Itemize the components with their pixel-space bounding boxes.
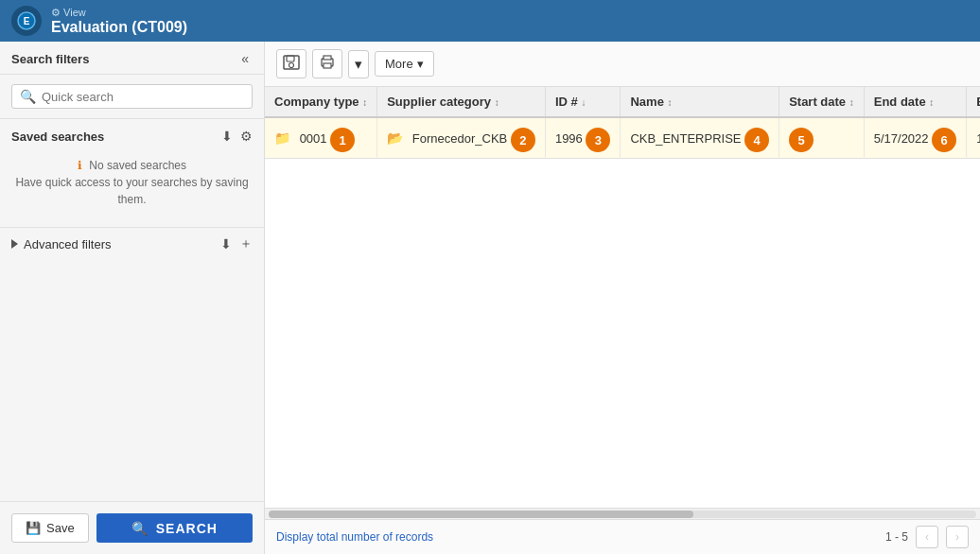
col-start-date-label: Start date (789, 95, 846, 109)
no-saved-desc: Have quick access to your searches by sa… (11, 174, 253, 208)
main-layout: Search filters « 🔍 Saved searches ⬇ ⚙ ℹ … (0, 42, 980, 554)
search-filters-label: Search filters (11, 52, 89, 66)
app-header: E ⚙ View Evaluation (CT009) (0, 0, 980, 42)
col-id[interactable]: ID # ↓ (545, 87, 621, 117)
more-dropdown-icon: ▾ (417, 57, 424, 71)
advanced-filters-icons: ⬇ ＋ (220, 235, 253, 252)
badge-2: 2 (511, 128, 535, 152)
svg-rect-3 (287, 56, 294, 61)
print-dropdown-button[interactable]: ▾ (348, 50, 369, 78)
col-id-sort-icon: ↓ (581, 97, 586, 108)
data-table-container: Company type ↕ Supplier category ↕ ID # … (265, 87, 980, 508)
search-btn-label: SEARCH (156, 521, 218, 536)
badge-1: 1 (330, 128, 355, 152)
table-header-row: Company type ↕ Supplier category ↕ ID # … (265, 87, 980, 117)
add-filter-button[interactable]: ＋ (239, 235, 253, 252)
sidebar-spacer (0, 260, 264, 501)
name-value: CKB_ENTERPRISE (630, 131, 741, 146)
header-title-area: ⚙ View Evaluation (CT009) (51, 7, 187, 36)
advanced-filters-row: Advanced filters ⬇ ＋ (0, 227, 264, 260)
evaluation-value: 10.00 (976, 131, 980, 146)
scrollbar-track (269, 511, 976, 518)
svg-text:E: E (24, 16, 30, 26)
col-end-date[interactable]: End date ↕ (864, 87, 966, 117)
data-table: Company type ↕ Supplier category ↕ ID # … (265, 87, 980, 159)
saved-searches-label: Saved searches (11, 130, 104, 144)
import-saved-search-button[interactable]: ⬇ (221, 129, 233, 144)
advanced-filters-toggle[interactable]: Advanced filters (11, 237, 112, 251)
sidebar-bottom-actions: 💾 Save 🔍 SEARCH (0, 501, 264, 554)
col-company-type-sort-icon: ↕ (362, 97, 367, 108)
no-saved-searches-info: ℹ No saved searches Have quick access to… (0, 149, 264, 223)
horizontal-scrollbar[interactable] (265, 508, 980, 519)
advanced-filters-label-text: Advanced filters (24, 237, 112, 251)
page-range: 1 - 5 (885, 530, 908, 544)
col-name[interactable]: Name ↕ (621, 87, 779, 117)
col-start-date[interactable]: Start date ↕ (779, 87, 865, 117)
prev-page-button[interactable]: ‹ (916, 526, 938, 548)
col-id-label: ID # (555, 95, 578, 109)
col-name-label: Name (630, 95, 663, 109)
import-filter-button[interactable]: ⬇ (220, 235, 232, 252)
display-records-label[interactable]: Display total number of records (276, 530, 433, 544)
search-input-wrap: 🔍 (11, 84, 253, 109)
end-date-value: 5/17/2022 (874, 131, 929, 146)
col-name-sort-icon: ↕ (668, 97, 673, 108)
more-label: More (385, 57, 413, 71)
col-company-type-label: Company type (274, 95, 359, 109)
svg-point-4 (289, 63, 294, 68)
print-icon (319, 55, 336, 70)
search-filters-section: Search filters « (0, 42, 264, 75)
info-icon: ℹ (78, 159, 82, 172)
col-supplier-category-sort-icon: ↕ (495, 97, 499, 108)
saved-searches-header: Saved searches ⬇ ⚙ (0, 119, 264, 149)
folder-open-icon: 📂 (387, 130, 403, 146)
search-button[interactable]: 🔍 SEARCH (96, 513, 253, 543)
print-button[interactable] (312, 49, 342, 78)
save-icon: 💾 (26, 521, 41, 535)
save-button[interactable]: 💾 Save (11, 513, 89, 543)
cell-start-date: 5 (779, 117, 865, 159)
save-label: Save (46, 521, 75, 535)
cell-name: CKB_ENTERPRISE 4 (621, 117, 779, 159)
cell-end-date: 5/17/2022 6 (864, 117, 966, 159)
badge-5: 5 (789, 128, 814, 152)
col-supplier-category-label: Supplier category (387, 95, 491, 109)
saved-searches-icons: ⬇ ⚙ (221, 129, 253, 144)
cell-company-type: 📁 0001 1 (265, 117, 377, 159)
col-start-date-sort-icon: ↕ (849, 97, 854, 108)
badge-6: 6 (932, 128, 956, 152)
svg-rect-6 (324, 56, 331, 60)
col-supplier-category[interactable]: Supplier category ↕ (377, 87, 546, 117)
scrollbar-thumb (269, 511, 693, 518)
collapse-sidebar-button[interactable]: « (237, 51, 253, 66)
badge-4: 4 (744, 128, 769, 152)
table-row[interactable]: 📁 0001 1 📂 Fornecedor_CKB 2 1996 3 (265, 117, 980, 159)
next-page-button[interactable]: › (946, 526, 969, 548)
expand-icon (11, 239, 18, 249)
toolbar: ▾ More ▾ (265, 42, 980, 87)
view-label: ⚙ View (51, 7, 187, 19)
id-value: 1996 (555, 131, 583, 146)
cell-evaluation: 10.00 7 (967, 117, 980, 159)
cell-supplier-category: 📂 Fornecedor_CKB 2 (377, 117, 546, 159)
more-button[interactable]: More ▾ (375, 51, 434, 77)
app-logo: E (11, 6, 42, 36)
save-view-icon (283, 55, 300, 70)
col-evaluation[interactable]: Evalua (967, 87, 980, 117)
settings-saved-search-button[interactable]: ⚙ (240, 129, 253, 144)
company-type-value: 0001 (300, 131, 327, 146)
search-input[interactable] (42, 90, 244, 104)
search-icon: 🔍 (20, 89, 36, 104)
col-end-date-sort-icon: ↕ (929, 97, 934, 108)
page-title: Evaluation (CT009) (51, 19, 187, 36)
svg-rect-7 (324, 63, 331, 68)
cell-id: 1996 3 (545, 117, 621, 159)
no-saved-title: No saved searches (89, 159, 186, 172)
save-view-button[interactable] (276, 49, 306, 78)
col-company-type[interactable]: Company type ↕ (265, 87, 377, 117)
folder-icon: 📁 (274, 130, 290, 146)
col-end-date-label: End date (874, 95, 926, 109)
table-footer: Display total number of records 1 - 5 ‹ … (265, 519, 980, 554)
content-area: ▾ More ▾ Company type ↕ Supplier categor… (265, 42, 980, 554)
